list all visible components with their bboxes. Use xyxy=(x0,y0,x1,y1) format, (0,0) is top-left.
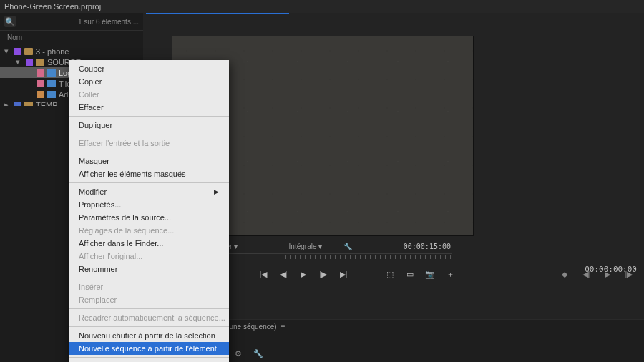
menu-item[interactable]: Couper xyxy=(69,62,229,75)
step-back-icon[interactable]: ◀| xyxy=(581,269,591,279)
step-fwd-icon[interactable]: |▶ xyxy=(624,269,634,279)
menu-item[interactable]: Paramètres de la source... xyxy=(69,211,229,224)
menu-item-label: Insérer xyxy=(79,282,103,292)
step-back-icon[interactable]: ◀| xyxy=(278,269,288,279)
disclosure-icon[interactable]: ▾ xyxy=(16,57,23,67)
menu-separator xyxy=(69,326,229,327)
menu-item-label: Paramètres de la source... xyxy=(79,212,171,222)
right-monitor: 00:00:00:00 ◆ ◀| ▶ |▶ xyxy=(484,16,644,283)
menu-item-label: Nouvelle séquence à partir de l'élément xyxy=(79,343,217,353)
clip-icon xyxy=(47,91,56,98)
label-swatch xyxy=(26,59,33,66)
extract-icon[interactable]: ▭ xyxy=(405,269,415,279)
clip-icon xyxy=(47,69,56,77)
folder-icon xyxy=(24,48,33,55)
submenu-arrow-icon: ▶ xyxy=(214,187,219,197)
right-transport: ◆ ◀| ▶ |▶ xyxy=(484,269,644,279)
folder-row[interactable]: ▾3 - phone xyxy=(0,46,143,57)
menu-item[interactable]: Modifier▶ xyxy=(69,185,229,198)
menu-item-label: Renommer xyxy=(79,264,117,274)
menu-separator xyxy=(69,308,229,309)
menu-item-label: Propriétés... xyxy=(79,200,121,210)
disclosure-icon[interactable]: ▾ xyxy=(4,47,11,56)
menu-item-label: Masquer xyxy=(79,156,109,166)
wrench-icon[interactable]: 🔧 xyxy=(253,348,263,358)
marker-icon[interactable]: ◆ xyxy=(560,269,570,279)
add-button-icon[interactable]: ＋ xyxy=(445,269,455,279)
search-icon[interactable]: 🔍 xyxy=(4,16,16,27)
menu-item[interactable]: Masquer xyxy=(69,155,229,167)
menu-separator xyxy=(69,357,229,358)
menu-item-label: Afficher l'original... xyxy=(79,251,142,261)
menu-item-label: Copier xyxy=(79,77,102,87)
menu-item-label: Coller xyxy=(79,89,99,99)
goto-in-icon[interactable]: |◀ xyxy=(258,269,268,279)
menu-item-label: Afficher les éléments masqués xyxy=(79,169,186,179)
menu-item-label: Nouveau chutier à partir de la sélection xyxy=(79,331,215,341)
tab-menu-icon[interactable]: ≡ xyxy=(281,323,286,331)
lift-icon[interactable]: ⬚ xyxy=(385,269,395,279)
play-icon[interactable]: ▶ xyxy=(602,269,613,279)
menu-item: Remplacer xyxy=(69,293,229,306)
scale-dropdown[interactable]: Intégrale ▾ xyxy=(289,243,323,250)
out-timecode[interactable]: 00:00:15:00 xyxy=(404,243,451,250)
item-count: 1 sur 6 éléments ... xyxy=(78,18,139,26)
menu-item-label: Effacer l'entrée et la sortie xyxy=(79,138,170,148)
project-title: Phone-Green Screen.prproj xyxy=(4,2,101,11)
menu-item-label: Remplacer xyxy=(79,295,117,305)
column-header-name[interactable]: Nom xyxy=(0,30,143,44)
label-swatch xyxy=(37,80,44,87)
menu-item-label: Dupliquer xyxy=(79,120,112,130)
menu-separator xyxy=(69,152,229,152)
menu-separator xyxy=(69,116,229,117)
step-fwd-icon[interactable]: |▶ xyxy=(318,269,328,279)
menu-item[interactable]: Nouveau chutier à partir de la sélection xyxy=(69,329,229,342)
label-swatch xyxy=(37,91,44,98)
menu-item[interactable]: Copier xyxy=(69,75,229,88)
tree-item-label: 3 - phone xyxy=(36,47,140,56)
menu-item[interactable]: Propriétés... xyxy=(69,198,229,211)
menu-item[interactable]: Nouvelle séquence à partir de l'élément xyxy=(69,342,229,355)
menu-separator xyxy=(69,278,229,278)
project-toolbar: 🔍 1 sur 6 éléments ... xyxy=(0,13,143,30)
context-menu[interactable]: CouperCopierCollerEffacerDupliquerEfface… xyxy=(69,60,229,362)
goto-out-icon[interactable]: ▶| xyxy=(338,269,348,279)
label-swatch xyxy=(14,48,21,55)
menu-item-label: Couper xyxy=(79,64,104,74)
menu-item: Effacer l'entrée et la sortie xyxy=(69,137,229,150)
menu-item: Coller xyxy=(69,88,229,101)
title-bar: Phone-Green Screen.prproj xyxy=(0,0,644,13)
clip-icon xyxy=(47,80,56,87)
menu-item[interactable]: Effacer xyxy=(69,101,229,114)
menu-item-label: Recadrer automatiquement la séquence... xyxy=(79,313,225,323)
menu-item: Afficher l'original... xyxy=(69,250,229,263)
menu-separator xyxy=(69,134,229,134)
menu-item-label: Réglages de la séquence... xyxy=(79,225,174,235)
menu-item: Réglages de la séquence... xyxy=(69,224,229,237)
menu-item[interactable]: Afficher les éléments masqués xyxy=(69,167,229,180)
menu-item-label: Afficher dans le Finder... xyxy=(79,238,163,248)
export-frame-icon[interactable]: 📷 xyxy=(425,269,435,279)
menu-item: Recadrer automatiquement la séquence... xyxy=(69,311,229,324)
active-panel-underline xyxy=(146,13,289,14)
menu-item-label: Modifier xyxy=(79,187,107,197)
folder-icon xyxy=(36,59,44,66)
menu-item: Insérer xyxy=(69,280,229,293)
menu-item[interactable]: Afficher dans le Finder... xyxy=(69,237,229,250)
play-icon[interactable]: ▶ xyxy=(298,269,308,279)
wrench-icon[interactable]: 🔧 xyxy=(343,243,352,250)
settings-icon[interactable]: ⚙ xyxy=(233,348,243,358)
menu-item[interactable]: Renommer xyxy=(69,263,229,275)
label-swatch xyxy=(37,69,44,77)
menu-item[interactable]: Dupliquer xyxy=(69,119,229,132)
menu-item-label: Effacer xyxy=(79,102,104,112)
menu-separator xyxy=(69,182,229,183)
